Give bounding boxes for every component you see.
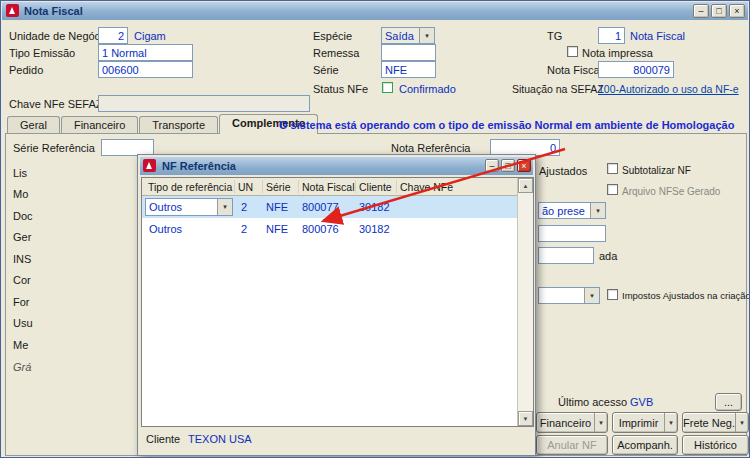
financeiro-button[interactable]: Financeiro ▾ — [536, 412, 608, 433]
frete-neg-button-label: Frete Neg. — [683, 417, 735, 429]
especie-value: Saída — [382, 30, 419, 42]
cell-tipo: Outros — [149, 223, 182, 235]
acompanh-button[interactable]: Acompanh. — [612, 435, 678, 455]
frete-neg-button[interactable]: Frete Neg. ▾ — [682, 412, 749, 433]
pedido-input[interactable] — [98, 61, 193, 78]
cell-un: 2 — [241, 201, 247, 213]
tab-financeiro[interactable]: Financeiro — [61, 116, 138, 133]
field-label-me: Me — [13, 339, 28, 351]
status-nfe-value: Confirmado — [399, 83, 456, 95]
cigam-logo-icon — [6, 4, 19, 17]
grid-header: Tipo de referência UN Série Nota Fiscal … — [142, 178, 517, 196]
tipo-referencia-select[interactable]: Outros ▾ — [145, 198, 233, 216]
historico-button-label: Histórico — [683, 439, 748, 451]
anular-nf-button-label: Anular NF — [537, 439, 607, 451]
partial-combo-2-dropdown-icon[interactable]: ▾ — [584, 288, 599, 303]
acompanh-button-label: Acompanh. — [613, 439, 677, 451]
pedido-label: Pedido — [9, 64, 43, 76]
dialog-window-controls: – □ × — [485, 159, 531, 172]
nota-impressa-checkbox[interactable] — [567, 46, 578, 57]
tipo-emissao-input[interactable] — [98, 44, 193, 61]
situacao-sefaz-label: Situação na SEFAZ — [512, 83, 604, 95]
minimize-icon[interactable]: – — [693, 4, 709, 18]
subtotalizar-checkbox[interactable] — [607, 163, 618, 174]
cell-cliente: 30182 — [359, 201, 390, 213]
nota-fiscal-label: Nota Fiscal — [547, 64, 602, 76]
field-label-usu: Usu — [13, 317, 33, 329]
grid-scrollbar[interactable]: ▲ ▼ — [517, 178, 533, 426]
especie-select[interactable]: Saída ▾ — [381, 27, 435, 44]
grid-row-1[interactable]: Outros ▾ 2 NFE 800077 30182 — [142, 196, 517, 218]
status-nfe-indicator — [382, 82, 393, 93]
unidade-input[interactable] — [98, 27, 128, 44]
close-icon[interactable]: × — [729, 4, 745, 18]
footer-cliente-value: TEXON USA — [188, 433, 252, 445]
dialog-cigam-logo-icon — [143, 159, 156, 172]
tab-geral[interactable]: Geral — [7, 116, 60, 133]
especie-label: Espécie — [313, 30, 352, 42]
remessa-label: Remessa — [313, 47, 359, 59]
field-label-doc: Doc — [13, 210, 33, 222]
partial-input-2[interactable] — [538, 247, 594, 264]
field-label-mo: Mo — [13, 188, 28, 200]
nota-fiscal-input[interactable] — [598, 61, 674, 78]
remessa-input[interactable] — [381, 44, 436, 61]
nota-fiscal-window: Nota Fiscal – □ × Unidade de Negócio Cig… — [0, 0, 750, 458]
maximize-icon[interactable]: □ — [711, 4, 727, 18]
tipo-referencia-value: Outros — [146, 201, 217, 213]
field-label-lis: Lis — [13, 167, 27, 179]
imprimir-dropdown-icon[interactable]: ▾ — [664, 413, 677, 432]
financeiro-dropdown-icon[interactable]: ▾ — [594, 413, 607, 432]
window-title: Nota Fiscal — [24, 5, 83, 17]
col-chave-nfe: Chave NFe — [400, 181, 453, 193]
subtotalizar-label: Subtotalizar NF — [622, 165, 691, 176]
grid-row-2[interactable]: Outros 2 NFE 800076 30182 — [142, 218, 517, 240]
scroll-up-icon[interactable]: ▲ — [518, 178, 533, 193]
impostos-ajustados-fragment: Ajustados — [539, 165, 587, 177]
scroll-down-icon[interactable]: ▼ — [518, 411, 533, 426]
dialog-minimize-icon[interactable]: – — [485, 159, 499, 172]
cell-nota-fiscal: 800077 — [302, 201, 339, 213]
cell-serie: NFE — [266, 201, 288, 213]
tg-input[interactable] — [598, 27, 625, 44]
more-button-label: ... — [716, 396, 741, 408]
partial-combo-field-2[interactable]: ▾ — [538, 287, 600, 304]
tg-label: TG — [547, 30, 562, 42]
imprimir-button[interactable]: Imprimir ▾ — [612, 412, 678, 433]
partial-input-1[interactable] — [538, 225, 606, 242]
partial-combo-dropdown-icon[interactable]: ▾ — [590, 203, 605, 218]
dialog-footer: Cliente TEXON USA — [144, 431, 529, 449]
serie-referencia-label: Série Referência — [13, 142, 95, 154]
historico-button[interactable]: Histórico — [682, 435, 749, 455]
title-bar[interactable]: Nota Fiscal – □ × — [2, 2, 748, 20]
impostos-criacao-label: Impostos Ajustados na criação — [622, 290, 750, 301]
frete-neg-dropdown-icon[interactable]: ▾ — [735, 413, 748, 432]
partial-combo-field[interactable]: ão prese ▾ — [538, 202, 606, 219]
field-label-gra: Grá — [13, 361, 31, 373]
col-serie: Série — [266, 181, 291, 193]
dialog-close-icon[interactable]: × — [517, 159, 531, 172]
field-label-for: For — [13, 296, 30, 308]
homologacao-message: O sistema está operando com o tipo de em… — [279, 119, 734, 131]
dialog-title: NF Referência — [162, 160, 236, 172]
anular-nf-button: Anular NF — [536, 435, 608, 455]
col-tipo-referencia: Tipo de referência — [148, 181, 232, 193]
more-button[interactable]: ... — [715, 393, 742, 411]
cell-cliente: 30182 — [359, 223, 390, 235]
col-nota-fiscal: Nota Fiscal — [302, 181, 355, 193]
col-un: UN — [238, 181, 253, 193]
impostos-criacao-checkbox[interactable] — [607, 289, 618, 300]
tab-transporte[interactable]: Transporte — [139, 116, 218, 133]
situacao-sefaz-link[interactable]: 100-Autorizado o uso da NF-e — [598, 83, 739, 95]
cell-serie: NFE — [266, 223, 288, 235]
tipo-emissao-label: Tipo Emissão — [9, 47, 75, 59]
tipo-referencia-dropdown-icon[interactable]: ▾ — [217, 199, 232, 215]
serie-input[interactable] — [381, 61, 436, 78]
arquivo-nfse-checkbox[interactable] — [607, 184, 618, 195]
especie-dropdown-icon[interactable]: ▾ — [419, 28, 434, 43]
dialog-maximize-icon[interactable]: □ — [501, 159, 515, 172]
chave-nfe-input — [98, 95, 310, 112]
imprimir-button-label: Imprimir — [613, 417, 664, 429]
dialog-title-bar[interactable]: NF Referência – □ × — [140, 157, 533, 175]
field-label-cor: Cor — [13, 274, 31, 286]
